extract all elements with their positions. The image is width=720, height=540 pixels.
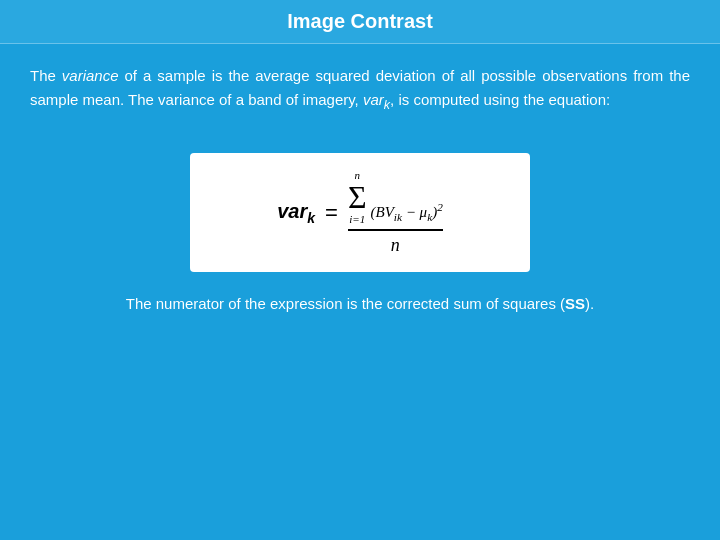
sigma-block: n Σ i=1 xyxy=(348,169,367,225)
var-k-inline: vark xyxy=(363,91,390,108)
formula-denominator: n xyxy=(391,231,400,256)
sigma-symbol: Σ xyxy=(348,181,367,213)
sum-expression: (BVik − μk)2 xyxy=(371,201,443,223)
formula-container: vark = n Σ i=1 (BVik − μk)2 n xyxy=(190,153,530,272)
formula-fraction: n Σ i=1 (BVik − μk)2 n xyxy=(348,169,443,256)
sum-row: n Σ i=1 (BVik − μk)2 xyxy=(348,169,443,225)
intro-paragraph: The variance of a sample is the average … xyxy=(30,64,690,115)
formula-equals-sign: = xyxy=(325,200,338,226)
sigma-bottom-label: i=1 xyxy=(349,213,365,225)
page-title: Image Contrast xyxy=(287,10,433,32)
formula-numerator: n Σ i=1 (BVik − μk)2 xyxy=(348,169,443,231)
variance-italic: variance xyxy=(62,67,119,84)
content-area: The variance of a sample is the average … xyxy=(0,44,720,153)
ss-bold: SS xyxy=(565,295,585,312)
formula-left-label: vark xyxy=(277,200,315,226)
title-bar: Image Contrast xyxy=(0,0,720,44)
bottom-paragraph: The numerator of the expression is the c… xyxy=(96,292,625,316)
